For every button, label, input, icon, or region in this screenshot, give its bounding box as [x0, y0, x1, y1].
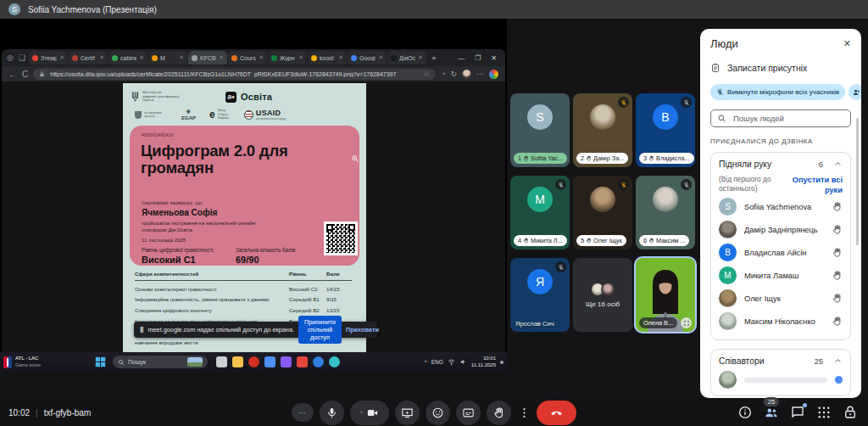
activities-button[interactable]: [816, 405, 832, 420]
mute-all-button[interactable]: Вимкнути мікрофони всіх учасників: [710, 84, 845, 100]
browser-tab[interactable]: Googl ✕: [348, 51, 387, 64]
meeting-details-button[interactable]: [737, 405, 753, 420]
microphone-button[interactable]: [320, 401, 344, 425]
browser-tab[interactable]: Certif ✕: [69, 51, 108, 64]
tab-close-icon[interactable]: ✕: [338, 54, 343, 61]
raised-hand-row[interactable]: Олег Іщук: [719, 287, 843, 310]
reactions-button[interactable]: [426, 401, 450, 425]
participant-tile[interactable]: 2 Дамір За...: [573, 93, 632, 167]
browser-tab[interactable]: Журн ✕: [268, 51, 307, 64]
participant-tile[interactable]: Олена В...: [636, 258, 695, 332]
media-player-icon[interactable]: [313, 356, 324, 367]
browser-tab[interactable]: KFCBs ✕: [188, 51, 227, 64]
mcafee-icon[interactable]: [248, 356, 259, 367]
tab-close-icon[interactable]: ✕: [219, 54, 224, 61]
chat-button[interactable]: [790, 405, 805, 420]
raised-hand-row[interactable]: S Sofiia Yachmenova: [719, 195, 843, 218]
participant-tile[interactable]: Ще 16 осіб: [573, 258, 632, 332]
browser-menu-icon[interactable]: ⋯: [476, 70, 484, 78]
stop-sharing-button[interactable]: Припинити спільний доступ: [298, 316, 342, 344]
add-people-button[interactable]: [849, 84, 861, 100]
tab-close-icon[interactable]: ✕: [259, 54, 264, 61]
edge-icon[interactable]: [329, 356, 340, 367]
panel-scrollbar[interactable]: [856, 118, 859, 245]
url-field[interactable]: ☆: [33, 69, 436, 80]
participant-tile[interactable]: M 4 Микита Л...: [510, 176, 570, 249]
participant-tile[interactable]: 5 Олег Іщук: [573, 176, 632, 249]
new-tab-button[interactable]: +: [431, 53, 437, 63]
people-button[interactable]: 25: [764, 405, 779, 420]
browser-tab[interactable]: kood/ ✕: [308, 51, 347, 64]
taskbar-widget[interactable]: ATL - LAC Game score: [3, 356, 80, 368]
side-panel-icon[interactable]: ❏: [17, 53, 27, 62]
raised-hand-row[interactable]: M Микита Ламаш: [719, 264, 843, 287]
file-explorer-icon[interactable]: [232, 356, 243, 367]
restore-button[interactable]: ❐: [475, 54, 481, 62]
record-attendance-row[interactable]: Записати присутніх: [710, 63, 851, 73]
people-search-input[interactable]: [732, 113, 844, 124]
captions-button[interactable]: [456, 401, 481, 425]
paint-icon[interactable]: [281, 356, 292, 367]
taskbar-clock[interactable]: 10:01 11.11.2025: [471, 356, 496, 368]
present-button[interactable]: [395, 401, 420, 425]
hide-share-bar-link[interactable]: Приховати: [346, 326, 379, 334]
tab-close-icon[interactable]: ✕: [59, 54, 64, 61]
attendance-icon: [710, 63, 721, 73]
wifi-icon[interactable]: [448, 358, 455, 366]
tab-close-icon[interactable]: ✕: [298, 54, 303, 61]
lower-all-hands-link[interactable]: Опустити всі руки: [782, 175, 843, 195]
table-header-row: Сфери компетентностей Рівень Бали: [135, 272, 352, 281]
browser-tab[interactable]: cabine ✕: [108, 51, 147, 64]
camera-button[interactable]: ^: [350, 401, 389, 425]
browser-profile-avatar[interactable]: [462, 70, 471, 79]
tab-search-icon[interactable]: ◎: [5, 53, 15, 62]
tab-close-icon[interactable]: ✕: [99, 54, 104, 61]
close-window-button[interactable]: ✕: [491, 54, 497, 62]
participant-tile[interactable]: 6 Максим ...: [636, 176, 695, 249]
profile-chip-icon[interactable]: [489, 70, 498, 79]
pause-share-icon[interactable]: ‖: [140, 326, 143, 334]
history-icon[interactable]: ↻: [450, 70, 457, 78]
people-search[interactable]: [710, 109, 851, 127]
tab-close-icon[interactable]: ✕: [418, 54, 423, 61]
back-icon[interactable]: ←: [8, 70, 17, 79]
tab-favicon: [231, 55, 237, 61]
tab-close-icon[interactable]: ✕: [179, 54, 184, 61]
tray-chevron-icon[interactable]: ^: [424, 359, 426, 365]
url-input[interactable]: [48, 70, 420, 78]
raised-hand-row[interactable]: Дамір Задніпрянець: [719, 218, 843, 241]
task-view-icon[interactable]: [216, 356, 227, 367]
more-controls-button[interactable]: [517, 401, 531, 425]
expand-tile-icon[interactable]: [681, 317, 692, 328]
reload-icon[interactable]: C: [22, 70, 28, 79]
raised-hand-row[interactable]: B Владислав Айсін: [719, 241, 843, 264]
raised-hand-row[interactable]: Максим Ніколаєнко: [719, 310, 843, 333]
notification-bell-icon[interactable]: [500, 361, 504, 364]
start-button[interactable]: [95, 356, 106, 367]
participant-tile[interactable]: B 3 Владисла...: [636, 93, 695, 167]
taskbar-search[interactable]: Пошук: [113, 356, 208, 368]
collapse-chevron-icon[interactable]: [833, 160, 843, 169]
tab-favicon: [271, 55, 277, 61]
close-panel-icon[interactable]: ✕: [843, 38, 851, 49]
participant-tile[interactable]: Я Ярослав Сич: [510, 258, 570, 332]
browser-tab[interactable]: ДіяОс ✕: [387, 51, 426, 64]
tab-close-icon[interactable]: ✕: [378, 54, 383, 61]
tab-close-icon[interactable]: ✕: [139, 54, 144, 61]
extensions-icon[interactable]: ◔: [441, 70, 445, 78]
language-indicator[interactable]: ENG: [431, 359, 443, 365]
bookmark-star-icon[interactable]: ☆: [423, 70, 430, 78]
browser-tab[interactable]: Зтемр ✕: [29, 51, 68, 64]
more-options-button[interactable]: ⋯: [292, 403, 314, 422]
minimize-button[interactable]: —: [458, 54, 465, 62]
browser-tab[interactable]: M ✕: [148, 51, 187, 64]
participant-tile[interactable]: S 1 Sofiia Yac...: [510, 93, 570, 167]
collapse-chevron-icon[interactable]: [833, 356, 843, 366]
host-controls-button[interactable]: [843, 405, 858, 420]
volume-icon[interactable]: [459, 358, 467, 366]
end-call-button[interactable]: [537, 401, 576, 425]
browser-color-icon[interactable]: [264, 356, 275, 367]
photos-icon[interactable]: [297, 356, 308, 367]
browser-tab[interactable]: Cours ✕: [228, 51, 267, 64]
raise-hand-button[interactable]: [487, 401, 511, 425]
